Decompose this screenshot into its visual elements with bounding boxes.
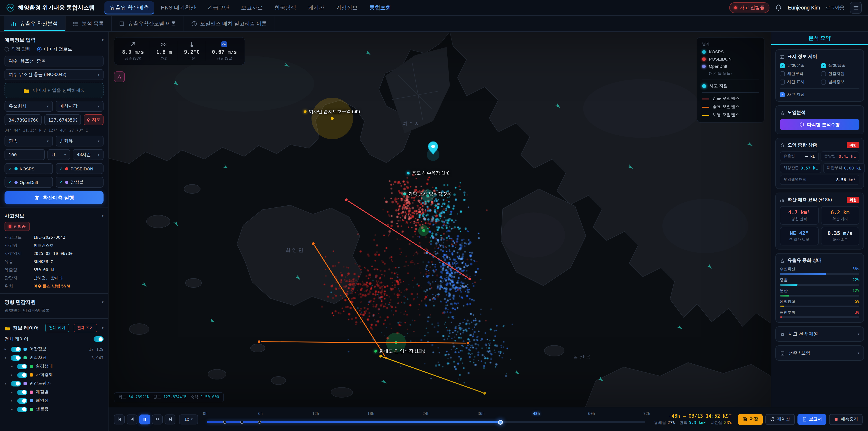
caret-icon[interactable]: ▸	[11, 399, 14, 403]
timeline-track[interactable]	[207, 421, 645, 423]
caret-icon[interactable]: ▾	[4, 381, 8, 386]
layers-all-on-button[interactable]: 전체 켜기	[45, 324, 69, 332]
checkbox[interactable]	[780, 71, 785, 76]
timeline-tick-12h[interactable]: 12h	[312, 411, 319, 416]
amount-input[interactable]	[4, 149, 45, 160]
model-chip-2[interactable]: ✓OpenDrift	[4, 177, 53, 188]
collapse-icon[interactable]: ▾	[102, 300, 103, 304]
incident-select[interactable]: 여수 유조선 충돌 (INC-0042)▾	[4, 69, 103, 80]
caret-icon[interactable]: ▸	[11, 407, 14, 411]
fast-forward-button[interactable]	[152, 414, 163, 424]
timeline-event-marker-2[interactable]	[258, 420, 261, 424]
layers-all-off-button[interactable]: 전체 끄기	[73, 324, 97, 332]
nav-item-4[interactable]: 항공탐색	[270, 1, 301, 14]
tab-3[interactable]: 오일펜스 배치 알고리즘 이론	[184, 16, 274, 31]
radio-direct-input[interactable]: 직접 입력	[4, 46, 31, 53]
radio-image-upload[interactable]: 이미지 업로드	[37, 46, 72, 53]
layer-toggle[interactable]	[94, 336, 103, 342]
layer-toggle[interactable]	[17, 407, 27, 412]
pick-on-map-button[interactable]: 지도	[84, 114, 103, 125]
display-check-1[interactable]: ✓풍향/풍속	[821, 63, 860, 69]
layer-row-생물종[interactable]: ▸생물종	[4, 405, 103, 413]
tab-1[interactable]: 분석 목록	[65, 16, 112, 31]
timeline-tick-48h[interactable]: 48h	[533, 411, 540, 416]
nav-item-0[interactable]: 유출유 확산예측	[105, 1, 154, 14]
checkbox[interactable]: ✓	[780, 92, 785, 97]
polygon-analysis-button[interactable]: 다각형 분석수행	[780, 119, 860, 130]
layer-row-민감자원[interactable]: ▾민감자원3,947	[4, 353, 103, 362]
longitude-input[interactable]	[44, 114, 81, 125]
run-prediction-button[interactable]: 확산예측 실행	[4, 191, 103, 204]
hamburger-menu-button[interactable]	[850, 2, 862, 13]
time-select[interactable]: 예상시각▾	[55, 101, 103, 112]
notifications-bell-icon[interactable]	[775, 4, 782, 11]
timeline-tick-0h[interactable]: 0h	[203, 411, 208, 416]
duration-select[interactable]: 48시간▾	[73, 149, 103, 160]
display-check-4[interactable]: 시간 표시	[780, 79, 818, 85]
image-dropzone[interactable]: 이미지 파일을 선택하세요	[4, 83, 103, 98]
ship-spec-card[interactable]: 사고 선박 제원▾	[775, 326, 864, 342]
bottom-button-1[interactable]: 재계산	[765, 414, 795, 425]
bottom-button-0[interactable]: 저장	[738, 414, 763, 425]
display-check-0[interactable]: ✓유향/유속	[780, 63, 818, 69]
layer-toggle[interactable]	[17, 372, 27, 378]
timeline[interactable]: 0h6h12h18h24h36h48h60h72h	[205, 407, 647, 431]
caret-icon[interactable]: ▸	[11, 364, 14, 368]
timeline-thumb[interactable]	[498, 420, 503, 425]
checkbox[interactable]	[821, 80, 826, 85]
display-check-incident-point[interactable]: ✓사고 지점	[780, 92, 860, 98]
unit-select[interactable]: kL▾	[48, 149, 70, 160]
layer-row-계절별[interactable]: ▸계절별	[4, 388, 103, 396]
nav-item-1[interactable]: HNS·대기확산	[156, 1, 201, 14]
caret-icon[interactable]: ▾	[4, 356, 8, 360]
layer-row-해안선[interactable]: ▸해안선	[4, 396, 103, 405]
display-check-3[interactable]: 민감자원	[821, 71, 860, 77]
layer-row-사회경제[interactable]: ▸사회경제	[4, 371, 103, 379]
model-chip-1[interactable]: ✓POSEIDON	[55, 163, 103, 174]
model-chip-0[interactable]: ✓KOSPS	[4, 163, 53, 174]
timeline-event-marker-1[interactable]	[241, 420, 244, 424]
nav-item-2[interactable]: 긴급구난	[203, 1, 234, 14]
playback-speed-select[interactable]: 1x▾	[179, 414, 198, 424]
layer-row-민감도평가[interactable]: ▾민감도평가	[4, 379, 103, 388]
spill-type-select[interactable]: 연속▾	[4, 135, 53, 147]
layer-toggle[interactable]	[11, 381, 21, 386]
logout-button[interactable]: 로그아웃	[826, 4, 844, 11]
nav-item-7[interactable]: 통합조회	[364, 1, 396, 14]
checkbox[interactable]: ✓	[780, 63, 785, 68]
timeline-tick-72h[interactable]: 72h	[643, 411, 650, 416]
map-viewport[interactable]: 여자만 습지보호구역 (6h)웅도 해수욕장 (1h)가막 천해 양식장 (3h…	[108, 32, 771, 407]
display-check-5[interactable]: 날씨정보	[821, 79, 860, 85]
bottom-button-3[interactable]: 예측중지	[829, 414, 863, 425]
latitude-input[interactable]	[4, 114, 41, 125]
checkbox[interactable]: ✓	[821, 63, 826, 68]
layer-row-어장정보[interactable]: ▸어장정보17,129	[4, 345, 103, 353]
app-logo[interactable]: 해양환경 위기대응 통합시스템	[6, 4, 95, 12]
display-check-2[interactable]: 해안부착	[780, 71, 818, 77]
layer-toggle[interactable]	[17, 390, 27, 395]
nav-item-3[interactable]: 보고자료	[236, 1, 268, 14]
timeline-tick-18h[interactable]: 18h	[367, 411, 374, 416]
skip-start-button[interactable]	[114, 414, 125, 424]
layer-toggle[interactable]	[17, 364, 27, 369]
oil-type-select[interactable]: 벙커유▾	[55, 135, 103, 147]
collapse-icon[interactable]: ▾	[102, 214, 103, 218]
company-select[interactable]: 유출회사▾	[4, 101, 53, 112]
skip-end-button[interactable]	[164, 414, 176, 424]
map-measure-tool-button[interactable]	[114, 71, 125, 82]
layer-row-환경생태[interactable]: ▸환경생태	[4, 362, 103, 371]
collapse-icon[interactable]: ▾	[102, 38, 103, 42]
checkbox[interactable]	[821, 71, 826, 76]
timeline-tick-60h[interactable]: 60h	[588, 411, 595, 416]
pause-button[interactable]	[139, 414, 150, 424]
model-chip-3[interactable]: ✓앙상블	[55, 177, 103, 188]
timeline-event-marker-0[interactable]	[223, 420, 226, 424]
layer-toggle[interactable]	[11, 346, 21, 352]
caret-icon[interactable]: ▸	[11, 390, 14, 394]
caret-icon[interactable]: ▸	[4, 347, 8, 351]
layer-toggle[interactable]	[11, 355, 21, 361]
nav-item-6[interactable]: 기상정보	[331, 1, 363, 14]
timeline-tick-6h[interactable]: 6h	[258, 411, 263, 416]
collapse-icon[interactable]: ▾	[102, 326, 103, 330]
step-back-button[interactable]	[127, 414, 137, 424]
